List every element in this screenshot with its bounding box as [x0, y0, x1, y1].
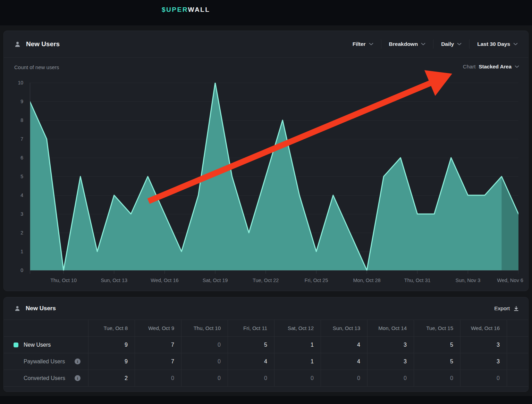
table-column-header: Sat, Oct 12	[275, 320, 321, 336]
controls-divider	[433, 40, 433, 49]
table-row: New Users970514353	[4, 337, 528, 353]
x-axis-tick-label: Wed, Oct 16	[140, 278, 189, 283]
table-cell: 0	[461, 370, 507, 386]
table-corner-cell	[4, 320, 88, 336]
user-icon	[14, 41, 21, 48]
table-cell: 9	[88, 337, 135, 353]
chevron-down-icon	[515, 65, 519, 68]
logo-teal-part: $UPER	[162, 6, 188, 13]
x-axis-tick-label: Thu, Oct 31	[393, 278, 442, 283]
x-axis-tick-label: Sun, Oct 13	[90, 278, 138, 283]
table-row: Converted Usersi200000000	[4, 370, 528, 387]
controls-divider	[469, 40, 470, 49]
x-axis-tick-label: Mon, Oct 28	[343, 278, 391, 283]
area-chart-svg	[30, 83, 518, 274]
chevron-down-icon	[513, 43, 518, 46]
table-column-header: Tue, Oct 15	[414, 320, 461, 336]
y-axis-tick-label: 7	[4, 135, 23, 142]
chart-panel-header: New Users FilterBreakdownDailyLast 30 Da…	[4, 31, 528, 58]
row-label-cell: Paywalled Usersi	[4, 353, 88, 370]
chart-type-value: Stacked Area	[479, 64, 512, 69]
control-label: Filter	[353, 41, 366, 47]
table-cell: 0	[181, 370, 228, 386]
row-label-cell: New Users	[4, 337, 88, 353]
y-axis-tick-label: 4	[4, 192, 23, 199]
chart-panel-title-group: New Users	[14, 40, 60, 48]
table-column-header: Tue, Oct 8	[88, 320, 135, 336]
export-button[interactable]: Export	[494, 305, 519, 312]
y-axis-tick-label: 1	[4, 248, 23, 255]
chart-type-dropdown[interactable]: Chart Stacked Area	[463, 64, 519, 69]
table-cell: 3	[461, 353, 507, 370]
chart-controls: FilterBreakdownDailyLast 30 Days	[353, 40, 518, 49]
table-cell: 3	[368, 337, 414, 353]
y-axis-tick-label: 8	[4, 117, 23, 124]
table-cell	[507, 337, 529, 353]
table-cell: 0	[228, 370, 275, 386]
chart-subtitle: Count of new users	[14, 64, 59, 70]
table-cell: 7	[135, 337, 181, 353]
table-cell: 0	[321, 370, 368, 386]
table-cell: 4	[228, 353, 275, 370]
logo-white-part: WALL	[188, 6, 210, 13]
table-cell: 7	[135, 353, 181, 370]
control-label: Daily	[441, 41, 454, 47]
table-column-header: Wed, Oct 16	[461, 320, 507, 336]
table-cell: 5	[228, 337, 275, 353]
plot-area	[30, 83, 518, 274]
table-cell: 4	[321, 353, 368, 370]
table-cell: 5	[414, 353, 461, 370]
table-cell: 0	[414, 370, 461, 386]
export-label: Export	[494, 305, 510, 312]
x-axis-tick-label: Wed, Nov 6	[486, 278, 529, 283]
x-axis-tick-label: Sun, Nov 3	[444, 278, 492, 283]
info-icon[interactable]: i	[75, 358, 81, 364]
y-axis-tick-label: 3	[4, 211, 23, 217]
top-navigation-bar: $UPERWALL	[0, 0, 532, 25]
x-axis-tick-label: Thu, Oct 10	[39, 278, 88, 283]
table-cell: 3	[461, 337, 507, 353]
table-cell: 3	[368, 353, 414, 370]
table-row: Paywalled Usersi970414353	[4, 353, 528, 370]
table-cell: 1	[275, 353, 321, 370]
table-cell: 0	[181, 353, 228, 370]
table-panel-title-group: New Users	[14, 305, 56, 312]
table-cell: 4	[321, 337, 368, 353]
y-axis-tick-label: 10	[4, 79, 23, 86]
chevron-down-icon	[457, 43, 462, 46]
chart-panel-title: New Users	[26, 40, 60, 48]
table-cell	[507, 370, 529, 386]
table-cell: 9	[88, 353, 135, 370]
table-cell: 5	[414, 337, 461, 353]
control-last-30-days[interactable]: Last 30 Days	[477, 41, 518, 47]
y-axis-tick-label: 6	[4, 154, 23, 161]
user-icon	[14, 305, 20, 312]
table-header-row: Tue, Oct 8Wed, Oct 9Thu, Oct 10Fri, Oct …	[4, 320, 528, 337]
table-column-header: Sun, Oct 13	[321, 320, 368, 336]
y-axis-tick-label: 9	[4, 98, 23, 105]
series-color-swatch	[14, 343, 18, 347]
new-users-table-panel: New Users Export Tue, Oct 8Wed, Oct 9Thu…	[3, 297, 529, 392]
control-daily[interactable]: Daily	[441, 41, 462, 47]
superwall-logo: $UPERWALL	[162, 6, 210, 14]
y-axis-tick-label: 0	[4, 267, 23, 274]
controls-divider	[381, 40, 381, 49]
y-axis-tick-label: 5	[4, 173, 23, 180]
info-icon[interactable]: i	[75, 375, 81, 381]
table-cell: 0	[135, 370, 181, 386]
data-table: Tue, Oct 8Wed, Oct 9Thu, Oct 10Fri, Oct …	[4, 320, 528, 387]
table-cell: 0	[275, 370, 321, 386]
chevron-down-icon	[369, 43, 373, 46]
row-label-cell: Converted Usersi	[4, 370, 88, 386]
row-label: Paywalled Users	[24, 358, 65, 365]
table-cell: 1	[275, 337, 321, 353]
table-panel-title: New Users	[26, 305, 56, 312]
table-column-header: Fri, Oct 11	[228, 320, 275, 336]
table-cell: 2	[88, 370, 135, 386]
control-breakdown[interactable]: Breakdown	[389, 41, 426, 47]
x-axis-tick-label: Sat, Oct 19	[191, 278, 239, 283]
table-column-header: Wed, Oct 9	[135, 320, 181, 336]
table-cell: 0	[368, 370, 414, 386]
x-axis-tick-label: Fri, Oct 25	[292, 278, 340, 283]
control-filter[interactable]: Filter	[353, 41, 373, 47]
